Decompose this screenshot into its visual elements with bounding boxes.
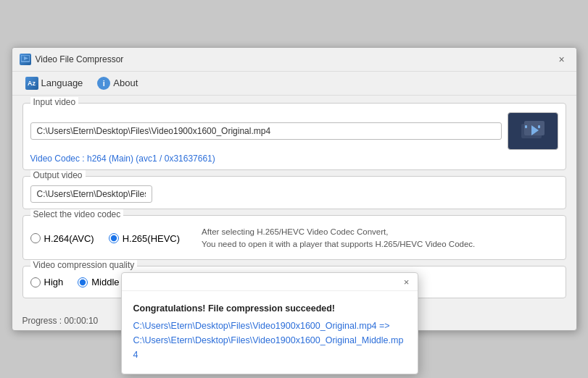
codec-section-body: H.264(AVC) H.265(HEVC) After selecting H…: [23, 216, 566, 260]
codec-avc-radio[interactable]: [30, 233, 41, 243]
svg-rect-5: [525, 125, 527, 128]
menu-bar: Az Language i About: [12, 72, 576, 96]
about-menu-item[interactable]: i About: [91, 75, 144, 92]
quality-high-radio[interactable]: [30, 277, 41, 287]
info-icon: i: [97, 77, 110, 90]
main-window: Video File Compressor × Az Language i Ab…: [12, 47, 577, 332]
svg-marker-1: [24, 56, 28, 60]
quality-middle-label: Middle: [91, 277, 119, 287]
popup-path-dest: C:\Users\Etern\Desktop\Files\Video1900x1…: [133, 335, 404, 360]
svg-rect-6: [538, 125, 540, 128]
success-popup: × Congratulations! File compression succ…: [121, 272, 418, 374]
input-video-section: Input video Video Codec : h264 (M: [22, 103, 566, 170]
output-video-label: Output video: [30, 170, 86, 180]
popup-path-src: C:\Users\Etern\Desktop\Files\Video1900x1…: [133, 321, 390, 331]
progress-text: Progress : 00:00:10: [22, 316, 99, 326]
codec-section-label: Select the video codec: [30, 209, 124, 219]
window-title: Video File Compressor: [36, 54, 124, 64]
window-close-button[interactable]: ×: [555, 52, 569, 67]
title-bar: Video File Compressor ×: [12, 48, 576, 72]
popup-title-bar: ×: [122, 273, 418, 291]
codec-hevc-radio[interactable]: [109, 233, 119, 243]
popup-path-line: C:\Users\Etern\Desktop\Files\Video1900x1…: [133, 319, 406, 362]
codec-section: Select the video codec H.264(AVC) H.265(…: [22, 215, 566, 261]
output-video-section: Output video: [22, 176, 566, 209]
popup-success-title: Congratulations! File compression succee…: [133, 301, 406, 316]
language-menu-item[interactable]: Az Language: [20, 75, 89, 92]
codec-hevc-label: H.265(HEVC): [123, 233, 180, 244]
quality-middle-radio[interactable]: [78, 277, 88, 287]
about-label: About: [113, 77, 138, 88]
language-icon: Az: [25, 77, 38, 90]
codec-radio-row: H.264(AVC) H.265(HEVC) After selecting H…: [30, 222, 476, 254]
codec-note: After selecting H.265/HEVC Video Codec C…: [202, 226, 475, 251]
codec-hevc-option[interactable]: H.265(HEVC): [109, 233, 180, 244]
quality-middle-option[interactable]: Middle: [78, 277, 119, 287]
output-video-path[interactable]: [30, 185, 152, 203]
video-thumbnail: [508, 112, 558, 150]
codec-avc-label: H.264(AVC): [44, 233, 94, 244]
input-video-path[interactable]: [30, 122, 502, 140]
input-video-label: Input video: [30, 97, 79, 107]
codec-avc-option[interactable]: H.264(AVC): [30, 233, 94, 244]
input-video-body: Video Codec : h264 (Main) (avc1 / 0x3163…: [23, 104, 566, 169]
quality-section-label: Video compression quality: [30, 260, 138, 270]
language-label: Language: [41, 77, 83, 88]
quality-high-option[interactable]: High: [30, 277, 64, 287]
popup-body: Congratulations! File compression succee…: [122, 291, 418, 374]
popup-close-button[interactable]: ×: [400, 276, 413, 289]
input-video-row: [30, 112, 558, 150]
app-icon: [20, 54, 31, 65]
title-bar-left: Video File Compressor: [20, 54, 124, 65]
output-video-body: [23, 177, 566, 209]
quality-high-label: High: [44, 277, 64, 287]
codec-info-text: Video Codec : h264 (Main) (avc1 / 0x3163…: [30, 154, 558, 164]
